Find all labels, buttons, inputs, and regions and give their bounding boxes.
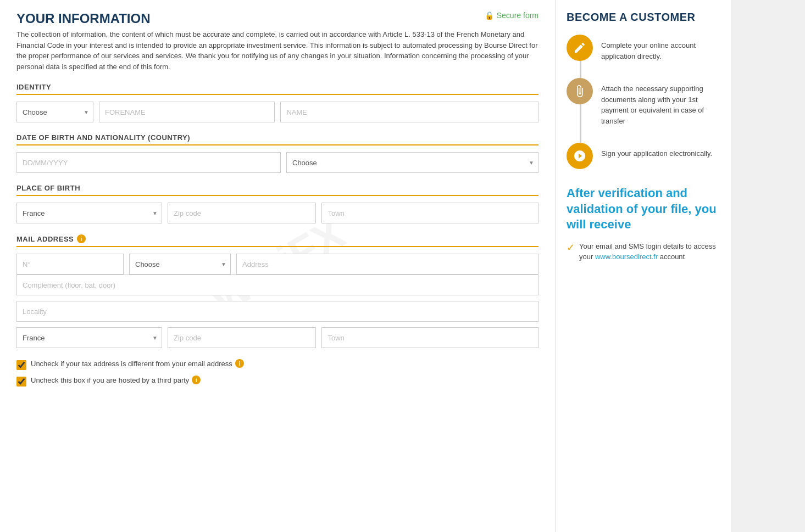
pencil-icon [573,41,586,54]
birth-zip-input[interactable] [168,203,316,223]
sidebar: BECOME A CUSTOMER Complete your online a… [555,0,731,532]
mail-zip-input[interactable] [168,327,316,348]
step-1: Complete your online account application… [567,35,720,61]
step-2-icon [567,78,593,104]
receive-text: Your email and SMS login details to acce… [579,241,720,262]
tax-checkbox[interactable] [16,360,26,370]
receive-item: ✓ Your email and SMS login details to ac… [567,241,720,262]
street-type-wrapper: Choose Rue Avenue Boulevard [129,254,231,275]
tax-checkbox-label: Uncheck if your tax address is different… [31,359,244,368]
step-2-text: Attach the necessary supporting document… [601,78,720,126]
place-section-title: PLACE OF BIRTH [16,184,538,196]
forename-input[interactable] [99,102,275,122]
place-row: France United Kingdom Germany [16,203,538,223]
place-of-birth-section: PLACE OF BIRTH France United Kingdom Ger… [16,184,538,223]
sidebar-title: BECOME A CUSTOMER [567,11,720,24]
mail-town-input[interactable] [321,327,538,348]
dob-section-title: DATE OF BIRTH AND NATIONALITY (COUNTRY) [16,133,538,145]
locality-input[interactable] [16,301,538,322]
paperclip-icon [573,85,586,98]
mail-info-icon[interactable]: i [77,234,86,243]
check-icon: ✓ [567,242,575,254]
after-title: After verification and validation of you… [567,186,720,233]
name-input[interactable] [280,102,538,122]
mail-row1: Choose Rue Avenue Boulevard [16,254,538,275]
hosted-info-icon[interactable]: i [192,376,201,384]
nationality-select[interactable]: Choose France United Kingdom Germany Uni… [286,152,538,173]
street-type-select[interactable]: Choose Rue Avenue Boulevard [129,254,231,275]
hosted-checkbox-row: Uncheck this box if you are hosted by a … [16,376,538,387]
hosted-checkbox[interactable] [16,377,26,387]
steps-container: Complete your online account application… [567,35,720,169]
description-text: The collection of information, the conte… [16,29,538,72]
date-input[interactable] [16,152,281,173]
step-3-text: Sign your application electronically. [601,143,712,159]
bourse-link[interactable]: www.boursedirect.fr [595,253,658,261]
step-3: Sign your application electronically. [567,143,720,169]
step-2: Attach the necessary supporting document… [567,78,720,126]
num-input[interactable] [16,254,124,275]
birth-town-input[interactable] [321,203,538,223]
step-3-icon [567,143,593,169]
title-select[interactable]: Choose Mr Ms Mrs [16,102,93,122]
mail-address-section: MAIL ADDRESS i Choose Rue Avenue Bouleva… [16,234,538,348]
step-1-text: Complete your online account application… [601,35,720,61]
mail-address-title: MAIL ADDRESS [16,235,74,243]
hosted-checkbox-label: Uncheck this box if you are hosted by a … [31,376,201,384]
mail-country-wrapper: France United Kingdom Germany [16,327,162,348]
step-1-icon [567,35,593,61]
complement-input[interactable] [16,275,538,295]
sign-icon [573,149,586,163]
identity-section: IDENTITY Choose Mr Ms Mrs [16,83,538,122]
birth-country-select[interactable]: France United Kingdom Germany [16,203,162,223]
tax-checkbox-row: Uncheck if your tax address is different… [16,359,538,370]
addr-row2: France United Kingdom Germany [16,327,538,348]
nationality-select-wrapper: Choose France United Kingdom Germany Uni… [286,152,538,173]
page-title: YOUR INFORMATION [16,11,538,26]
title-select-wrapper: Choose Mr Ms Mrs [16,102,93,122]
mail-country-select[interactable]: France United Kingdom Germany [16,327,162,348]
dob-row: Choose France United Kingdom Germany Uni… [16,152,538,173]
address-input[interactable] [236,254,538,275]
dob-section: DATE OF BIRTH AND NATIONALITY (COUNTRY) … [16,133,538,173]
birth-country-wrapper: France United Kingdom Germany [16,203,162,223]
identity-row: Choose Mr Ms Mrs [16,102,538,122]
tax-info-icon[interactable]: i [235,359,244,368]
identity-section-title: IDENTITY [16,83,538,95]
